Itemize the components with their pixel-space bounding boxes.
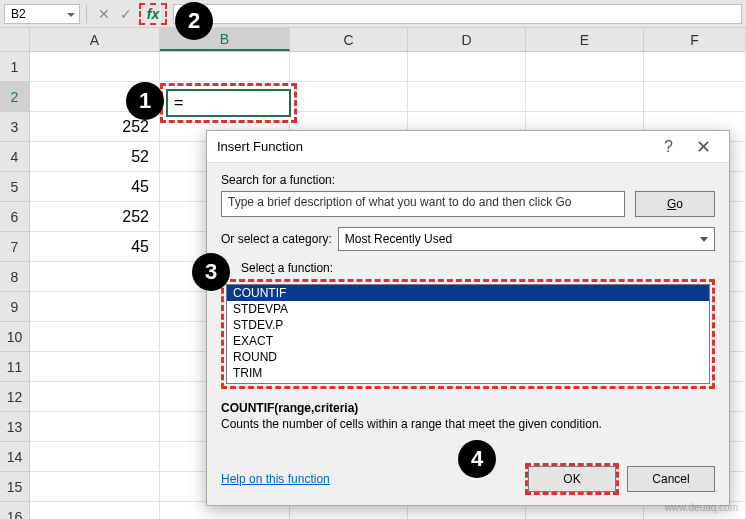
cell[interactable] (30, 262, 160, 292)
cell[interactable] (526, 52, 644, 82)
row-header[interactable]: 9 (0, 292, 30, 322)
search-input[interactable]: Type a brief description of what you wan… (221, 191, 625, 217)
function-item[interactable]: ROUND (227, 349, 709, 365)
col-header-d[interactable]: D (408, 28, 526, 51)
function-item[interactable]: STDEV.P (227, 317, 709, 333)
insert-function-button[interactable]: fx (139, 3, 167, 25)
cell[interactable] (290, 52, 408, 82)
cell[interactable]: 45 (30, 172, 160, 202)
cell[interactable] (30, 52, 160, 82)
col-header-a[interactable]: A (30, 28, 160, 51)
active-cell-value: = (174, 94, 183, 112)
help-icon[interactable]: ? (664, 138, 673, 156)
cell[interactable]: 52 (30, 142, 160, 172)
col-header-c[interactable]: C (290, 28, 408, 51)
annotation-badge: 1 (126, 82, 164, 120)
cell[interactable] (526, 82, 644, 112)
dialog-title: Insert Function (217, 139, 664, 154)
function-list[interactable]: COUNTIF STDEVPA STDEV.P EXACT ROUND TRIM… (226, 284, 710, 384)
row-header[interactable]: 10 (0, 322, 30, 352)
row-header[interactable]: 14 (0, 442, 30, 472)
function-description: Counts the number of cells within a rang… (221, 417, 715, 431)
cell[interactable] (30, 352, 160, 382)
col-header-e[interactable]: E (526, 28, 644, 51)
watermark: www.deuaq.com (665, 502, 738, 513)
function-item[interactable]: STDEVPA (227, 301, 709, 317)
row-header[interactable]: 1 (0, 52, 30, 82)
cell[interactable] (408, 82, 526, 112)
category-label: Or select a category: (221, 232, 332, 246)
category-select[interactable]: Most Recently Used (338, 227, 715, 251)
row-header[interactable]: 3 (0, 112, 30, 142)
ok-button[interactable]: OK (528, 466, 616, 492)
row-header[interactable]: 8 (0, 262, 30, 292)
row-header[interactable]: 7 (0, 232, 30, 262)
cell[interactable]: 252 (30, 202, 160, 232)
cell[interactable] (30, 472, 160, 502)
cell[interactable] (30, 322, 160, 352)
formula-bar: B2 ✕ ✓ fx = (0, 0, 746, 28)
row-header[interactable]: 12 (0, 382, 30, 412)
col-header-f[interactable]: F (644, 28, 746, 51)
cell[interactable] (290, 82, 408, 112)
cell[interactable] (644, 82, 746, 112)
row-header[interactable]: 2 (0, 82, 30, 112)
cancel-button[interactable]: Cancel (627, 466, 715, 492)
active-cell-b2[interactable]: = (160, 83, 297, 123)
annotation-badge: 4 (458, 440, 496, 478)
function-item[interactable]: EXACT (227, 333, 709, 349)
search-value: Type a brief description of what you wan… (228, 195, 572, 209)
go-button[interactable]: Go (635, 191, 715, 217)
row-header[interactable]: 4 (0, 142, 30, 172)
category-value: Most Recently Used (345, 232, 452, 246)
annotation-badge: 3 (192, 253, 230, 291)
row-header[interactable]: 13 (0, 412, 30, 442)
cell[interactable] (644, 52, 746, 82)
row-header[interactable]: 6 (0, 202, 30, 232)
cell[interactable] (30, 412, 160, 442)
confirm-icon[interactable]: ✓ (115, 3, 137, 25)
go-label: Go (667, 197, 683, 211)
select-function-label: Select a function: (241, 261, 715, 275)
annotation-badge: 2 (175, 2, 213, 40)
cell[interactable]: 45 (30, 232, 160, 262)
function-item[interactable]: COUNTIF (227, 285, 709, 301)
cell[interactable] (30, 292, 160, 322)
close-icon[interactable]: ✕ (687, 136, 719, 158)
name-box-value: B2 (11, 7, 26, 21)
row-header[interactable]: 15 (0, 472, 30, 502)
select-all-corner[interactable] (0, 28, 30, 51)
formula-input[interactable]: = (173, 4, 742, 24)
cell[interactable] (30, 502, 160, 519)
name-box[interactable]: B2 (4, 4, 80, 24)
cancel-icon[interactable]: ✕ (93, 3, 115, 25)
cell[interactable] (408, 52, 526, 82)
row-header[interactable]: 11 (0, 352, 30, 382)
cell[interactable] (160, 52, 290, 82)
cell[interactable] (30, 442, 160, 472)
row-header[interactable]: 5 (0, 172, 30, 202)
function-item[interactable]: IFNA (227, 381, 709, 384)
function-signature: COUNTIF(range,criteria) (221, 401, 715, 415)
cell[interactable] (30, 382, 160, 412)
fx-icon: fx (147, 6, 159, 22)
divider (86, 5, 87, 23)
search-label: Search for a function: (221, 173, 715, 187)
help-link[interactable]: Help on this function (221, 472, 330, 486)
function-item[interactable]: TRIM (227, 365, 709, 381)
column-headers: A B C D E F (0, 28, 746, 52)
dialog-titlebar[interactable]: Insert Function ? ✕ (207, 131, 729, 163)
row-header[interactable]: 16 (0, 502, 30, 519)
